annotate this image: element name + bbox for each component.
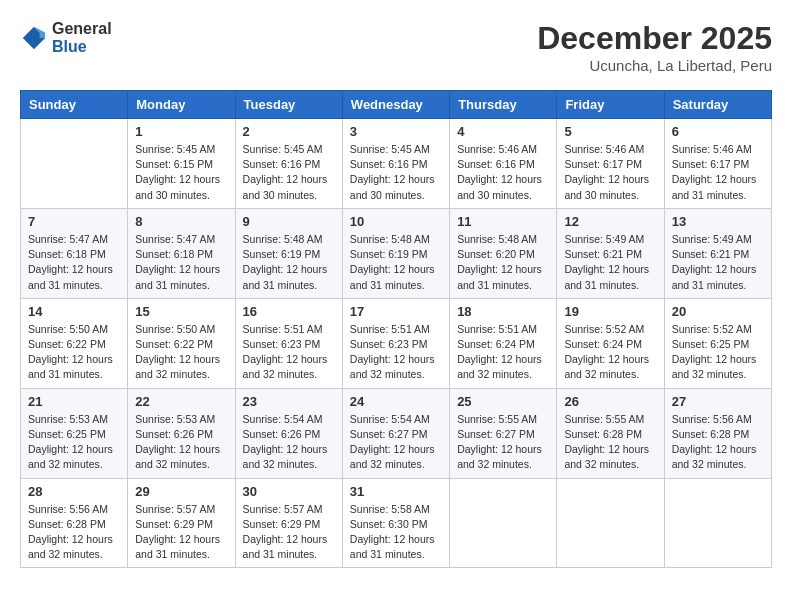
calendar-cell: 26Sunrise: 5:55 AM Sunset: 6:28 PM Dayli… [557,388,664,478]
day-info: Sunrise: 5:53 AM Sunset: 6:25 PM Dayligh… [28,412,120,473]
month-title: December 2025 [537,20,772,57]
day-number: 20 [672,304,764,319]
day-number: 30 [243,484,335,499]
day-info: Sunrise: 5:58 AM Sunset: 6:30 PM Dayligh… [350,502,442,563]
weekday-header-tuesday: Tuesday [235,91,342,119]
calendar-table: SundayMondayTuesdayWednesdayThursdayFrid… [20,90,772,568]
day-number: 12 [564,214,656,229]
day-number: 6 [672,124,764,139]
day-info: Sunrise: 5:48 AM Sunset: 6:20 PM Dayligh… [457,232,549,293]
calendar-cell: 31Sunrise: 5:58 AM Sunset: 6:30 PM Dayli… [342,478,449,568]
calendar-header-row: SundayMondayTuesdayWednesdayThursdayFrid… [21,91,772,119]
day-number: 7 [28,214,120,229]
day-number: 21 [28,394,120,409]
calendar-week-row: 14Sunrise: 5:50 AM Sunset: 6:22 PM Dayli… [21,298,772,388]
day-number: 8 [135,214,227,229]
calendar-cell: 20Sunrise: 5:52 AM Sunset: 6:25 PM Dayli… [664,298,771,388]
day-info: Sunrise: 5:57 AM Sunset: 6:29 PM Dayligh… [243,502,335,563]
day-number: 3 [350,124,442,139]
calendar-cell: 30Sunrise: 5:57 AM Sunset: 6:29 PM Dayli… [235,478,342,568]
day-number: 31 [350,484,442,499]
day-info: Sunrise: 5:55 AM Sunset: 6:28 PM Dayligh… [564,412,656,473]
day-number: 19 [564,304,656,319]
weekday-header-wednesday: Wednesday [342,91,449,119]
weekday-header-sunday: Sunday [21,91,128,119]
day-number: 4 [457,124,549,139]
day-info: Sunrise: 5:52 AM Sunset: 6:24 PM Dayligh… [564,322,656,383]
day-number: 25 [457,394,549,409]
calendar-cell: 14Sunrise: 5:50 AM Sunset: 6:22 PM Dayli… [21,298,128,388]
day-info: Sunrise: 5:51 AM Sunset: 6:23 PM Dayligh… [350,322,442,383]
calendar-cell: 13Sunrise: 5:49 AM Sunset: 6:21 PM Dayli… [664,208,771,298]
calendar-cell: 19Sunrise: 5:52 AM Sunset: 6:24 PM Dayli… [557,298,664,388]
location-title: Ucuncha, La Libertad, Peru [537,57,772,74]
day-info: Sunrise: 5:52 AM Sunset: 6:25 PM Dayligh… [672,322,764,383]
logo-icon [20,24,48,52]
calendar-cell [557,478,664,568]
day-number: 13 [672,214,764,229]
weekday-header-thursday: Thursday [450,91,557,119]
day-number: 10 [350,214,442,229]
day-info: Sunrise: 5:51 AM Sunset: 6:23 PM Dayligh… [243,322,335,383]
day-info: Sunrise: 5:55 AM Sunset: 6:27 PM Dayligh… [457,412,549,473]
calendar-cell: 3Sunrise: 5:45 AM Sunset: 6:16 PM Daylig… [342,119,449,209]
day-number: 9 [243,214,335,229]
calendar-cell: 12Sunrise: 5:49 AM Sunset: 6:21 PM Dayli… [557,208,664,298]
day-info: Sunrise: 5:45 AM Sunset: 6:16 PM Dayligh… [350,142,442,203]
day-number: 28 [28,484,120,499]
calendar-cell: 18Sunrise: 5:51 AM Sunset: 6:24 PM Dayli… [450,298,557,388]
day-number: 23 [243,394,335,409]
calendar-cell: 25Sunrise: 5:55 AM Sunset: 6:27 PM Dayli… [450,388,557,478]
day-info: Sunrise: 5:54 AM Sunset: 6:27 PM Dayligh… [350,412,442,473]
day-number: 15 [135,304,227,319]
day-number: 24 [350,394,442,409]
day-info: Sunrise: 5:56 AM Sunset: 6:28 PM Dayligh… [28,502,120,563]
day-number: 17 [350,304,442,319]
day-info: Sunrise: 5:56 AM Sunset: 6:28 PM Dayligh… [672,412,764,473]
day-number: 16 [243,304,335,319]
calendar-cell: 24Sunrise: 5:54 AM Sunset: 6:27 PM Dayli… [342,388,449,478]
day-number: 14 [28,304,120,319]
day-info: Sunrise: 5:50 AM Sunset: 6:22 PM Dayligh… [28,322,120,383]
calendar-cell: 6Sunrise: 5:46 AM Sunset: 6:17 PM Daylig… [664,119,771,209]
calendar-cell: 7Sunrise: 5:47 AM Sunset: 6:18 PM Daylig… [21,208,128,298]
calendar-cell: 28Sunrise: 5:56 AM Sunset: 6:28 PM Dayli… [21,478,128,568]
calendar-cell: 17Sunrise: 5:51 AM Sunset: 6:23 PM Dayli… [342,298,449,388]
day-number: 22 [135,394,227,409]
weekday-header-saturday: Saturday [664,91,771,119]
calendar-cell [450,478,557,568]
calendar-cell: 29Sunrise: 5:57 AM Sunset: 6:29 PM Dayli… [128,478,235,568]
day-info: Sunrise: 5:51 AM Sunset: 6:24 PM Dayligh… [457,322,549,383]
logo: General Blue [20,20,112,56]
weekday-header-friday: Friday [557,91,664,119]
calendar-cell: 4Sunrise: 5:46 AM Sunset: 6:16 PM Daylig… [450,119,557,209]
page-header: General Blue December 2025 Ucuncha, La L… [20,20,772,74]
calendar-cell: 23Sunrise: 5:54 AM Sunset: 6:26 PM Dayli… [235,388,342,478]
calendar-cell: 16Sunrise: 5:51 AM Sunset: 6:23 PM Dayli… [235,298,342,388]
day-info: Sunrise: 5:46 AM Sunset: 6:17 PM Dayligh… [672,142,764,203]
calendar-cell [21,119,128,209]
calendar-cell: 10Sunrise: 5:48 AM Sunset: 6:19 PM Dayli… [342,208,449,298]
day-info: Sunrise: 5:49 AM Sunset: 6:21 PM Dayligh… [672,232,764,293]
day-number: 11 [457,214,549,229]
calendar-cell: 1Sunrise: 5:45 AM Sunset: 6:15 PM Daylig… [128,119,235,209]
day-number: 18 [457,304,549,319]
calendar-cell: 27Sunrise: 5:56 AM Sunset: 6:28 PM Dayli… [664,388,771,478]
calendar-cell: 8Sunrise: 5:47 AM Sunset: 6:18 PM Daylig… [128,208,235,298]
day-info: Sunrise: 5:50 AM Sunset: 6:22 PM Dayligh… [135,322,227,383]
weekday-header-monday: Monday [128,91,235,119]
calendar-cell: 22Sunrise: 5:53 AM Sunset: 6:26 PM Dayli… [128,388,235,478]
calendar-cell: 21Sunrise: 5:53 AM Sunset: 6:25 PM Dayli… [21,388,128,478]
calendar-week-row: 28Sunrise: 5:56 AM Sunset: 6:28 PM Dayli… [21,478,772,568]
day-info: Sunrise: 5:53 AM Sunset: 6:26 PM Dayligh… [135,412,227,473]
calendar-week-row: 1Sunrise: 5:45 AM Sunset: 6:15 PM Daylig… [21,119,772,209]
day-info: Sunrise: 5:46 AM Sunset: 6:16 PM Dayligh… [457,142,549,203]
calendar-cell: 5Sunrise: 5:46 AM Sunset: 6:17 PM Daylig… [557,119,664,209]
day-info: Sunrise: 5:46 AM Sunset: 6:17 PM Dayligh… [564,142,656,203]
logo-text: General Blue [52,20,112,56]
day-number: 26 [564,394,656,409]
day-info: Sunrise: 5:47 AM Sunset: 6:18 PM Dayligh… [135,232,227,293]
calendar-week-row: 7Sunrise: 5:47 AM Sunset: 6:18 PM Daylig… [21,208,772,298]
day-number: 27 [672,394,764,409]
day-info: Sunrise: 5:49 AM Sunset: 6:21 PM Dayligh… [564,232,656,293]
